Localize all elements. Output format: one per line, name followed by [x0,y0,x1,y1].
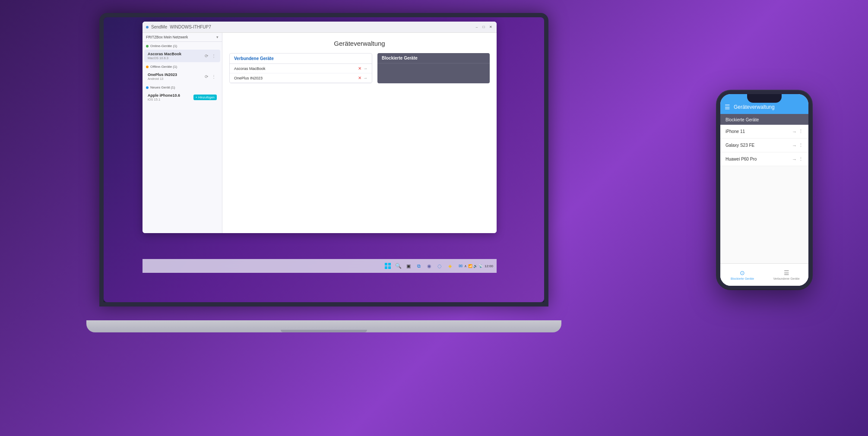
maximize-button[interactable]: □ [481,25,486,30]
phone-device-name-galaxy: Galaxy S23 FE [725,143,754,148]
tray-icons: ∧ 📶 🔊 📡 [464,264,483,268]
remove-macbook-icon[interactable]: ✕ [358,66,361,71]
start-icon[interactable] [384,262,392,270]
device-name: Ascoras MacBook [148,52,203,56]
connected-oneplus-name: OnePlus IN2023 [234,76,263,80]
phone: ☰ Geräteverwaltung Blockierte Geräte iPh… [717,91,812,289]
connected-device-macbook: Ascoras MacBook ✕ → [230,64,372,73]
device-oneplus[interactable]: OnePlus IN2023 Android 13 ⟳ ⋮ [144,70,220,83]
phone-notch [747,94,782,103]
phone-nav-blocked-label: Blockierte Geräte [731,277,754,280]
device-info: Ascoras MacBook MacOS 10.6.3 [148,52,203,60]
device-ascoras-macbook[interactable]: Ascoras MacBook MacOS 10.6.3 ⟳ ⋮ [144,50,220,62]
main-title: Geräteverwaltung [229,40,490,47]
new-dot [146,86,149,89]
online-label: Online-Geräte (1) [150,44,177,48]
svg-rect-3 [388,266,391,269]
device-sub-oneplus: Android 13 [148,77,203,81]
phone-blocked-section: Blockierte Geräte [720,114,808,125]
svg-rect-0 [385,263,387,265]
device-row-actions: ✕ → [358,66,367,71]
more-icon[interactable]: ⋮ [211,53,217,59]
mail-icon[interactable]: ✉ [456,262,464,270]
laptop-base [86,320,561,332]
device-name-iphone: Apple iPhone10.6 [148,93,193,98]
svg-rect-1 [388,263,391,265]
phone-device-name-iphone11: iPhone 11 [725,129,745,134]
device-actions: ⟳ ⋮ [203,53,217,59]
connected-device-oneplus: OnePlus IN2023 ✕ → [230,73,372,83]
search-icon[interactable]: 🔍 [394,262,402,270]
phone-dots-iphone11[interactable]: ⋮ [798,129,803,134]
device-info-iphone: Apple iPhone10.6 iOS 15.1 [148,93,193,101]
laptop-screen: SendMe WINDOWS-ITHFUP7 – □ ✕ FRITZBox Me… [104,17,544,302]
phone-arrow-iphone11[interactable]: → [792,129,797,134]
phone-nav-connected[interactable]: ☰ Verbundene Geräte [764,269,808,280]
device-info-oneplus: OnePlus IN2023 Android 13 [148,73,203,81]
device-actions-oneplus: ⟳ ⋮ [203,74,217,80]
phone-menu-icon[interactable]: ☰ [725,104,730,111]
taskbar-center: 🔍 ▣ ⧉ ◉ ◌ ◈ ✉ [384,262,464,270]
sidebar-network[interactable]: FRITZBox Mein Netzwerk ▾ [143,33,222,42]
phone-device-actions-iphone11: → ⋮ [792,129,803,134]
phone-bottom-nav: ⊙ Blockierte Geräte ☰ Verbundene Geräte [720,263,808,286]
connected-panel: Verbundene Geräte Ascoras MacBook ✕ → [229,53,372,83]
phone-arrow-huawei[interactable]: → [792,157,797,162]
laptop: SendMe WINDOWS-ITHFUP7 – □ ✕ FRITZBox Me… [86,13,561,350]
close-button[interactable]: ✕ [488,25,493,30]
connected-macbook-name: Ascoras MacBook [234,66,266,71]
phone-dots-huawei[interactable]: ⋮ [798,156,803,162]
explorer-icon[interactable]: ◈ [446,262,454,270]
taskbar-right: ∧ 📶 🔊 📡 12:00 [464,264,493,268]
phone-device-huawei[interactable]: Huawei P60 Pro → ⋮ [720,152,808,166]
sync-icon-oneplus[interactable]: ⟳ [203,74,209,80]
device-name-oneplus: OnePlus IN2023 [148,73,203,77]
arrow-macbook-icon[interactable]: → [363,66,367,71]
phone-header-title: Geräteverwaltung [734,104,804,110]
phone-arrow-galaxy[interactable]: → [792,143,797,148]
clock: 12:00 [485,264,493,268]
panels-row: Verbundene Geräte Ascoras MacBook ✕ → [229,53,490,83]
widgets-icon[interactable]: ⧉ [415,262,423,270]
sidebar: FRITZBox Mein Netzwerk ▾ Online-Geräte (… [143,33,222,233]
phone-screen: ☰ Geräteverwaltung Blockierte Geräte iPh… [720,94,808,286]
device-sub: MacOS 10.6.3 [148,56,203,60]
phone-nav-blocked-icon: ⊙ [740,269,745,276]
chat-icon[interactable]: ◉ [425,262,433,270]
edge-icon[interactable]: ◌ [436,262,444,270]
arrow-oneplus-icon[interactable]: → [363,76,367,80]
blocked-panel-header: Blockierte Geräte [377,53,490,63]
phone-nav-blocked[interactable]: ⊙ Blockierte Geräte [720,269,764,280]
online-dot [146,45,149,47]
taskbar: 🔍 ▣ ⧉ ◉ ◌ ◈ ✉ ∧ 📶 🔊 📡 12:00 [143,259,497,273]
network-chevron: ▾ [216,35,219,39]
titlebar-left: SendMe WINDOWS-ITHFUP7 [146,25,211,29]
svg-rect-2 [385,266,387,269]
window-content: FRITZBox Mein Netzwerk ▾ Online-Geräte (… [143,33,497,233]
main-content: Geräteverwaltung Verbundene Geräte Ascor… [222,33,497,233]
titlebar-dot [146,26,149,28]
blocked-panel: Blockierte Geräte [377,53,490,83]
remove-oneplus-icon[interactable]: ✕ [358,76,361,80]
network-label: FRITZBox Mein Netzwerk [146,35,188,39]
phone-device-actions-huawei: → ⋮ [792,156,803,162]
minimize-button[interactable]: – [474,25,479,30]
taskview-icon[interactable]: ▣ [405,262,412,270]
phone-device-galaxy[interactable]: Galaxy S23 FE → ⋮ [720,139,808,152]
phone-body: ☰ Geräteverwaltung Blockierte Geräte iPh… [717,91,812,289]
phone-device-actions-galaxy: → ⋮ [792,142,803,148]
connected-panel-header: Verbundene Geräte [230,54,372,64]
more-icon-oneplus[interactable]: ⋮ [211,74,217,80]
section-new-header: Neues Gerät (1) [143,83,222,91]
phone-dots-galaxy[interactable]: ⋮ [798,142,803,148]
add-device-button[interactable]: + Hinzufügen [193,95,217,100]
sync-icon[interactable]: ⟳ [203,53,209,59]
window-titlebar: SendMe WINDOWS-ITHFUP7 – □ ✕ [143,22,497,33]
phone-device-iphone11[interactable]: iPhone 11 → ⋮ [720,125,808,139]
app-window: SendMe WINDOWS-ITHFUP7 – □ ✕ FRITZBox Me… [143,22,497,233]
device-iphone[interactable]: Apple iPhone10.6 iOS 15.1 + Hinzufügen [144,91,220,104]
app-name: SendMe [151,25,167,29]
computer-name: WINDOWS-ITHFUP7 [170,25,211,29]
phone-blocked-title: Blockierte Geräte [725,117,803,122]
phone-nav-connected-icon: ☰ [784,269,789,276]
